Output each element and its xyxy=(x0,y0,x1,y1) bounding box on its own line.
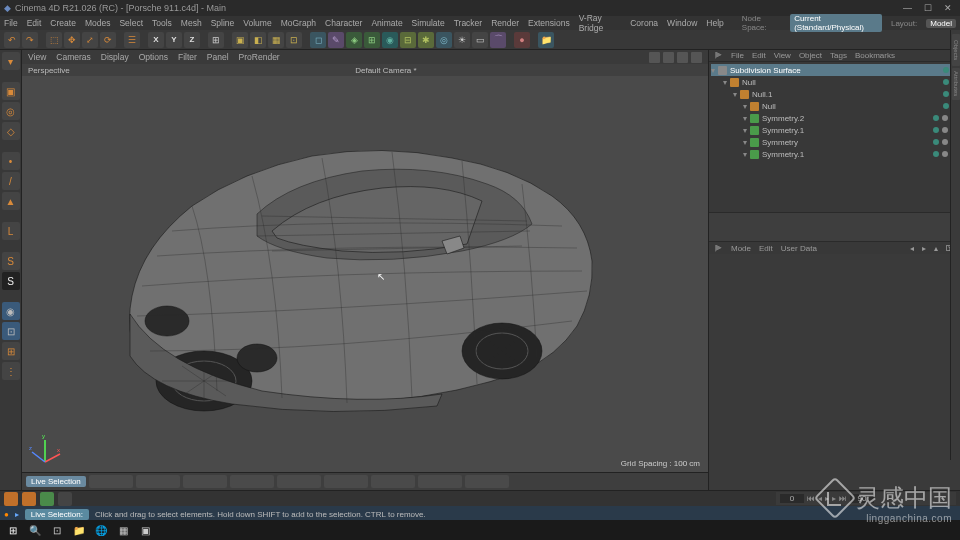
attr-nav-up-icon[interactable]: ▴ xyxy=(934,244,938,253)
mat-texture-icon[interactable] xyxy=(58,492,72,506)
edge-mode-icon[interactable]: / xyxy=(2,172,20,190)
bullet-tag-icon[interactable]: ● xyxy=(514,32,530,48)
play-toggle-icon[interactable]: ▸ xyxy=(825,494,829,503)
menu-tools[interactable]: Tools xyxy=(152,18,172,28)
object-tree-item[interactable]: ▾Null.1 xyxy=(711,88,958,100)
menu-volume[interactable]: Volume xyxy=(243,18,271,28)
tool-preset-1[interactable] xyxy=(89,475,133,488)
redo-icon[interactable]: ↷ xyxy=(22,32,38,48)
menu-tracker[interactable]: Tracker xyxy=(454,18,483,28)
tool-preset-3[interactable] xyxy=(183,475,227,488)
light-icon[interactable]: ☀ xyxy=(454,32,470,48)
tool-preset-7[interactable] xyxy=(371,475,415,488)
make-editable-icon[interactable]: ▾ xyxy=(2,52,20,70)
frame-current-input[interactable] xyxy=(780,494,804,503)
view-menu-view[interactable]: View xyxy=(28,52,46,62)
view-menu-prorender[interactable]: ProRender xyxy=(239,52,280,62)
point-mode-icon[interactable]: • xyxy=(2,152,20,170)
menu-corona[interactable]: Corona xyxy=(630,18,658,28)
play-next-icon[interactable]: ▸ xyxy=(832,494,836,503)
snap-settings-icon[interactable]: ⊡ xyxy=(2,322,20,340)
menu-vray[interactable]: V-Ray Bridge xyxy=(579,13,622,33)
view-nav-layout-icon[interactable] xyxy=(691,52,702,63)
menu-render[interactable]: Render xyxy=(491,18,519,28)
start-button-icon[interactable]: ⊞ xyxy=(4,521,22,539)
menu-help[interactable]: Help xyxy=(706,18,723,28)
layout-dropdown[interactable]: Model xyxy=(926,19,956,28)
move-tool-icon[interactable]: ✥ xyxy=(64,32,80,48)
bend-deformer-icon[interactable]: ⌒ xyxy=(490,32,506,48)
view-nav-pan-icon[interactable] xyxy=(649,52,660,63)
recent-tools-icon[interactable]: ☰ xyxy=(124,32,140,48)
axis-mode-icon[interactable]: L xyxy=(2,222,20,240)
menu-mesh[interactable]: Mesh xyxy=(181,18,202,28)
mat-create-icon[interactable] xyxy=(4,492,18,506)
object-tree-item[interactable]: ▾Symmetry✓ xyxy=(711,136,958,148)
array-generator-icon[interactable]: ⊞ xyxy=(364,32,380,48)
view-nav-zoom-icon[interactable] xyxy=(663,52,674,63)
attr-tab-mode[interactable]: Mode xyxy=(731,244,751,253)
select-tool-icon[interactable]: ⬚ xyxy=(46,32,62,48)
object-tree-item[interactable]: ▾Symmetry.1✓ xyxy=(711,124,958,136)
view-menu-display[interactable]: Display xyxy=(101,52,129,62)
obj-tab-edit[interactable]: Edit xyxy=(752,51,766,60)
menu-character[interactable]: Character xyxy=(325,18,362,28)
workplane-mode-icon[interactable]: ◇ xyxy=(2,122,20,140)
view-menu-panel[interactable]: Panel xyxy=(207,52,229,62)
object-tree-item[interactable]: ▾Null xyxy=(711,100,958,112)
undo-icon[interactable]: ↶ xyxy=(4,32,20,48)
z-axis-lock[interactable]: Z xyxy=(184,32,200,48)
close-button[interactable]: ✕ xyxy=(944,3,952,13)
floor-icon[interactable]: ▭ xyxy=(472,32,488,48)
side-tab-objects[interactable]: Objects xyxy=(952,34,960,66)
render-region-icon[interactable]: ◧ xyxy=(250,32,266,48)
tool-preset-8[interactable] xyxy=(418,475,462,488)
subdiv-surface-icon[interactable]: ◈ xyxy=(346,32,362,48)
axis-gizmo[interactable]: y x z xyxy=(28,432,62,466)
scale-tool-icon[interactable]: ⤢ xyxy=(82,32,98,48)
object-tree-item[interactable]: ▾Null xyxy=(711,76,958,88)
snap-enable-icon[interactable]: ◉ xyxy=(2,302,20,320)
coord-system-icon[interactable]: ⊞ xyxy=(208,32,224,48)
menu-create[interactable]: Create xyxy=(50,18,76,28)
obj-tab-view[interactable]: View xyxy=(774,51,791,60)
content-browser-icon[interactable]: 📁 xyxy=(538,32,554,48)
object-tree-item[interactable]: ▾Symmetry.2✓ xyxy=(711,112,958,124)
play-end-icon[interactable]: ⏭ xyxy=(839,494,847,503)
quantize-icon[interactable]: ⋮ xyxy=(2,362,20,380)
mat-func-icon[interactable] xyxy=(40,492,54,506)
view-menu-options[interactable]: Options xyxy=(139,52,168,62)
attr-nav-fwd-icon[interactable]: ▸ xyxy=(922,244,926,253)
active-tool-label[interactable]: Live Selection xyxy=(26,476,86,487)
polygon-mode-icon[interactable]: ▲ xyxy=(2,192,20,210)
y-axis-lock[interactable]: Y xyxy=(166,32,182,48)
menu-modes[interactable]: Modes xyxy=(85,18,111,28)
maximize-button[interactable]: ☐ xyxy=(924,3,932,13)
menu-simulate[interactable]: Simulate xyxy=(412,18,445,28)
menu-extensions[interactable]: Extensions xyxy=(528,18,570,28)
camera-icon[interactable]: ◎ xyxy=(436,32,452,48)
attr-nav-back-icon[interactable]: ◂ xyxy=(910,244,914,253)
search-icon[interactable]: 🔍 xyxy=(26,521,44,539)
side-tab-attributes[interactable]: Attributes xyxy=(952,68,960,100)
tool-preset-2[interactable] xyxy=(136,475,180,488)
obj-tab-bookmarks[interactable]: Bookmarks xyxy=(855,51,895,60)
app2-icon[interactable]: ▣ xyxy=(136,521,154,539)
explorer-icon[interactable]: 📁 xyxy=(70,521,88,539)
cube-primitive-icon[interactable]: ◻ xyxy=(310,32,326,48)
viewport-3d[interactable]: ↖ y x z Grid Spacing : 100 cm xyxy=(22,76,708,472)
play-start-icon[interactable]: ⏮ xyxy=(807,494,815,503)
edge-icon[interactable]: 🌐 xyxy=(92,521,110,539)
viewport-solo-icon[interactable]: S xyxy=(2,252,20,270)
picture-viewer-icon[interactable]: ⊡ xyxy=(286,32,302,48)
frame-end-input[interactable] xyxy=(850,494,874,503)
play-prev-icon[interactable]: ◂ xyxy=(818,494,822,503)
viewport-solo2-icon[interactable]: S xyxy=(2,272,20,290)
attr-tab-userdata[interactable]: User Data xyxy=(781,244,817,253)
volume-builder-icon[interactable]: ◉ xyxy=(382,32,398,48)
obj-tab-file[interactable]: File xyxy=(731,51,744,60)
tool-preset-5[interactable] xyxy=(277,475,321,488)
minimize-button[interactable]: — xyxy=(903,3,912,13)
menu-animate[interactable]: Animate xyxy=(371,18,402,28)
object-tree[interactable]: ▾Subdivision Surface▾Null▾Null.1▾Null▾Sy… xyxy=(709,62,960,212)
